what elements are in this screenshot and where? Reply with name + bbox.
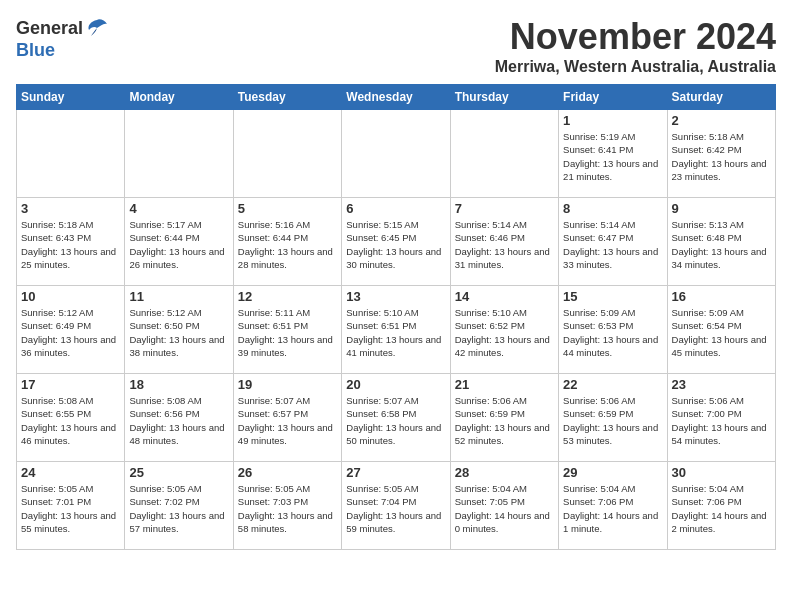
logo-blue-text: Blue — [16, 40, 55, 61]
day-info: Sunrise: 5:06 AM Sunset: 6:59 PM Dayligh… — [455, 394, 554, 447]
day-info: Sunrise: 5:05 AM Sunset: 7:01 PM Dayligh… — [21, 482, 120, 535]
day-number: 30 — [672, 465, 771, 480]
calendar-week-5: 24Sunrise: 5:05 AM Sunset: 7:01 PM Dayli… — [17, 462, 776, 550]
day-info: Sunrise: 5:12 AM Sunset: 6:49 PM Dayligh… — [21, 306, 120, 359]
day-info: Sunrise: 5:14 AM Sunset: 6:46 PM Dayligh… — [455, 218, 554, 271]
day-info: Sunrise: 5:19 AM Sunset: 6:41 PM Dayligh… — [563, 130, 662, 183]
day-number: 27 — [346, 465, 445, 480]
day-info: Sunrise: 5:08 AM Sunset: 6:56 PM Dayligh… — [129, 394, 228, 447]
day-number: 5 — [238, 201, 337, 216]
calendar-cell: 4Sunrise: 5:17 AM Sunset: 6:44 PM Daylig… — [125, 198, 233, 286]
day-number: 16 — [672, 289, 771, 304]
calendar-table: SundayMondayTuesdayWednesdayThursdayFrid… — [16, 84, 776, 550]
day-number: 20 — [346, 377, 445, 392]
calendar-cell: 17Sunrise: 5:08 AM Sunset: 6:55 PM Dayli… — [17, 374, 125, 462]
calendar-cell: 24Sunrise: 5:05 AM Sunset: 7:01 PM Dayli… — [17, 462, 125, 550]
day-number: 4 — [129, 201, 228, 216]
day-info: Sunrise: 5:16 AM Sunset: 6:44 PM Dayligh… — [238, 218, 337, 271]
day-info: Sunrise: 5:14 AM Sunset: 6:47 PM Dayligh… — [563, 218, 662, 271]
calendar-cell: 16Sunrise: 5:09 AM Sunset: 6:54 PM Dayli… — [667, 286, 775, 374]
weekday-header-monday: Monday — [125, 85, 233, 110]
day-number: 10 — [21, 289, 120, 304]
calendar-cell: 9Sunrise: 5:13 AM Sunset: 6:48 PM Daylig… — [667, 198, 775, 286]
day-number: 21 — [455, 377, 554, 392]
day-number: 22 — [563, 377, 662, 392]
day-number: 13 — [346, 289, 445, 304]
calendar-cell: 21Sunrise: 5:06 AM Sunset: 6:59 PM Dayli… — [450, 374, 558, 462]
day-info: Sunrise: 5:13 AM Sunset: 6:48 PM Dayligh… — [672, 218, 771, 271]
weekday-header-thursday: Thursday — [450, 85, 558, 110]
day-info: Sunrise: 5:05 AM Sunset: 7:04 PM Dayligh… — [346, 482, 445, 535]
calendar-cell: 8Sunrise: 5:14 AM Sunset: 6:47 PM Daylig… — [559, 198, 667, 286]
calendar-cell: 25Sunrise: 5:05 AM Sunset: 7:02 PM Dayli… — [125, 462, 233, 550]
weekday-header-row: SundayMondayTuesdayWednesdayThursdayFrid… — [17, 85, 776, 110]
day-number: 15 — [563, 289, 662, 304]
calendar-cell: 27Sunrise: 5:05 AM Sunset: 7:04 PM Dayli… — [342, 462, 450, 550]
calendar-cell — [125, 110, 233, 198]
day-info: Sunrise: 5:10 AM Sunset: 6:51 PM Dayligh… — [346, 306, 445, 359]
day-info: Sunrise: 5:06 AM Sunset: 6:59 PM Dayligh… — [563, 394, 662, 447]
day-number: 8 — [563, 201, 662, 216]
calendar-cell: 26Sunrise: 5:05 AM Sunset: 7:03 PM Dayli… — [233, 462, 341, 550]
day-info: Sunrise: 5:08 AM Sunset: 6:55 PM Dayligh… — [21, 394, 120, 447]
day-info: Sunrise: 5:18 AM Sunset: 6:43 PM Dayligh… — [21, 218, 120, 271]
title-section: November 2024 Merriwa, Western Australia… — [495, 16, 776, 76]
logo-bird-icon — [85, 16, 109, 40]
day-number: 18 — [129, 377, 228, 392]
calendar-cell: 3Sunrise: 5:18 AM Sunset: 6:43 PM Daylig… — [17, 198, 125, 286]
day-number: 19 — [238, 377, 337, 392]
day-info: Sunrise: 5:09 AM Sunset: 6:53 PM Dayligh… — [563, 306, 662, 359]
day-number: 29 — [563, 465, 662, 480]
calendar-cell: 12Sunrise: 5:11 AM Sunset: 6:51 PM Dayli… — [233, 286, 341, 374]
day-number: 14 — [455, 289, 554, 304]
calendar-cell: 28Sunrise: 5:04 AM Sunset: 7:05 PM Dayli… — [450, 462, 558, 550]
weekday-header-wednesday: Wednesday — [342, 85, 450, 110]
calendar-cell: 1Sunrise: 5:19 AM Sunset: 6:41 PM Daylig… — [559, 110, 667, 198]
day-number: 9 — [672, 201, 771, 216]
day-info: Sunrise: 5:17 AM Sunset: 6:44 PM Dayligh… — [129, 218, 228, 271]
day-info: Sunrise: 5:09 AM Sunset: 6:54 PM Dayligh… — [672, 306, 771, 359]
calendar-week-1: 1Sunrise: 5:19 AM Sunset: 6:41 PM Daylig… — [17, 110, 776, 198]
calendar-week-4: 17Sunrise: 5:08 AM Sunset: 6:55 PM Dayli… — [17, 374, 776, 462]
day-info: Sunrise: 5:04 AM Sunset: 7:06 PM Dayligh… — [563, 482, 662, 535]
day-number: 1 — [563, 113, 662, 128]
calendar-cell: 10Sunrise: 5:12 AM Sunset: 6:49 PM Dayli… — [17, 286, 125, 374]
calendar-cell — [342, 110, 450, 198]
day-number: 3 — [21, 201, 120, 216]
calendar-cell: 14Sunrise: 5:10 AM Sunset: 6:52 PM Dayli… — [450, 286, 558, 374]
day-info: Sunrise: 5:06 AM Sunset: 7:00 PM Dayligh… — [672, 394, 771, 447]
calendar-cell: 20Sunrise: 5:07 AM Sunset: 6:58 PM Dayli… — [342, 374, 450, 462]
day-number: 17 — [21, 377, 120, 392]
day-number: 2 — [672, 113, 771, 128]
day-number: 7 — [455, 201, 554, 216]
calendar-cell — [233, 110, 341, 198]
calendar-cell: 23Sunrise: 5:06 AM Sunset: 7:00 PM Dayli… — [667, 374, 775, 462]
day-info: Sunrise: 5:05 AM Sunset: 7:02 PM Dayligh… — [129, 482, 228, 535]
day-info: Sunrise: 5:05 AM Sunset: 7:03 PM Dayligh… — [238, 482, 337, 535]
day-number: 24 — [21, 465, 120, 480]
day-number: 12 — [238, 289, 337, 304]
calendar-cell: 13Sunrise: 5:10 AM Sunset: 6:51 PM Dayli… — [342, 286, 450, 374]
calendar-cell: 30Sunrise: 5:04 AM Sunset: 7:06 PM Dayli… — [667, 462, 775, 550]
month-title: November 2024 — [495, 16, 776, 58]
day-number: 26 — [238, 465, 337, 480]
calendar-cell: 6Sunrise: 5:15 AM Sunset: 6:45 PM Daylig… — [342, 198, 450, 286]
calendar-cell: 2Sunrise: 5:18 AM Sunset: 6:42 PM Daylig… — [667, 110, 775, 198]
logo: General Blue — [16, 16, 109, 61]
day-info: Sunrise: 5:18 AM Sunset: 6:42 PM Dayligh… — [672, 130, 771, 183]
logo-general-text: General — [16, 18, 83, 39]
day-info: Sunrise: 5:07 AM Sunset: 6:58 PM Dayligh… — [346, 394, 445, 447]
weekday-header-tuesday: Tuesday — [233, 85, 341, 110]
page-header: General Blue November 2024 Merriwa, West… — [16, 16, 776, 76]
calendar-cell: 19Sunrise: 5:07 AM Sunset: 6:57 PM Dayli… — [233, 374, 341, 462]
day-info: Sunrise: 5:15 AM Sunset: 6:45 PM Dayligh… — [346, 218, 445, 271]
location-title: Merriwa, Western Australia, Australia — [495, 58, 776, 76]
day-info: Sunrise: 5:07 AM Sunset: 6:57 PM Dayligh… — [238, 394, 337, 447]
calendar-cell: 5Sunrise: 5:16 AM Sunset: 6:44 PM Daylig… — [233, 198, 341, 286]
weekday-header-friday: Friday — [559, 85, 667, 110]
calendar-cell: 22Sunrise: 5:06 AM Sunset: 6:59 PM Dayli… — [559, 374, 667, 462]
day-info: Sunrise: 5:04 AM Sunset: 7:06 PM Dayligh… — [672, 482, 771, 535]
weekday-header-saturday: Saturday — [667, 85, 775, 110]
calendar-cell — [450, 110, 558, 198]
day-info: Sunrise: 5:04 AM Sunset: 7:05 PM Dayligh… — [455, 482, 554, 535]
